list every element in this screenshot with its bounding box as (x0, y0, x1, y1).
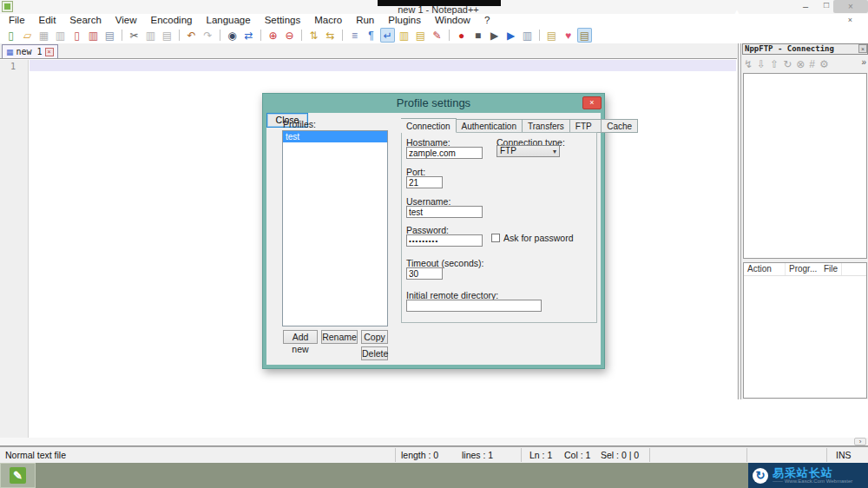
menu-item[interactable]: Search (62, 14, 108, 27)
dialog-close-button[interactable]: × (582, 96, 602, 109)
column-header[interactable]: Action (744, 263, 786, 275)
dialog-tab[interactable]: FTP Misc. (570, 119, 602, 133)
password-field[interactable] (406, 234, 483, 247)
close-window-button[interactable]: × (833, 0, 868, 13)
toolbar-separator (119, 28, 125, 43)
profile-list-item[interactable]: test (283, 131, 387, 142)
horizontal-scrollbar[interactable]: › (0, 438, 868, 446)
statusbar-separator (649, 448, 650, 462)
refresh-icon[interactable]: ↻ (783, 58, 792, 70)
menu-item[interactable]: Run (349, 14, 381, 27)
nppftp-close-icon[interactable]: × (858, 44, 867, 53)
menu-item[interactable]: Language (199, 14, 257, 27)
menu-item[interactable]: Settings (258, 14, 308, 27)
rename-button[interactable]: Rename (321, 330, 358, 344)
toolbar-overflow-chevron-icon[interactable]: » (861, 57, 866, 67)
run-macro-multiple-icon[interactable]: ▥ (520, 28, 535, 43)
document-panel-icon[interactable]: ▤ (577, 28, 592, 43)
line-number: 1 (0, 62, 26, 71)
restore-button[interactable]: □ (819, 0, 833, 12)
menu-item[interactable]: ? (477, 14, 496, 27)
tray-expand-icon[interactable]: ▲ (733, 8, 740, 16)
play-macro-icon[interactable]: ▶ (487, 28, 502, 43)
column-header[interactable]: Progr... (786, 263, 820, 275)
download-icon[interactable]: ⇩ (757, 58, 766, 70)
taskbar-notepad-plus-plus-button[interactable]: ✎ (0, 463, 36, 488)
abort-icon[interactable]: ⊗ (796, 58, 805, 70)
delete-button[interactable]: Delete (361, 346, 388, 360)
nppftp-file-tree[interactable] (743, 73, 867, 259)
indent-guide-icon[interactable]: ▥ (397, 28, 411, 43)
open-folder-icon[interactable]: ▱ (20, 28, 35, 43)
ask-for-password-checkbox[interactable] (491, 234, 500, 242)
copy-icon[interactable]: ▥ (143, 28, 158, 43)
nppftp-transfer-list: ActionProgr...File (743, 262, 867, 399)
dialog-tab[interactable]: Connection (401, 118, 457, 133)
minimize-button[interactable]: – (799, 1, 812, 13)
raw-command-icon[interactable]: # (809, 58, 815, 70)
dialog-tab[interactable]: Authentication (457, 119, 523, 133)
column-header[interactable]: File (820, 263, 842, 275)
sync-horizontal-icon[interactable]: ⇆ (323, 28, 338, 43)
connection-tab-panel: Hostname: Connection type: FTP ▾ Port: U… (401, 132, 597, 323)
username-field[interactable] (406, 206, 483, 218)
show-eol-icon[interactable]: ¶ (364, 28, 378, 43)
toolbar-separator (258, 28, 264, 43)
monitoring-icon[interactable]: ✎ (430, 28, 444, 43)
port-field[interactable] (406, 176, 443, 188)
heart-icon[interactable]: ♥ (561, 28, 575, 43)
print-icon[interactable]: ▤ (102, 28, 117, 43)
close-all-icon[interactable]: ▥ (86, 28, 101, 43)
paste-icon[interactable]: ▤ (160, 28, 174, 43)
close-file-icon[interactable]: ▯ (69, 28, 84, 43)
profiles-listbox[interactable]: test (282, 130, 388, 326)
initial-remote-directory-field[interactable] (406, 300, 542, 312)
save-macro-icon[interactable]: ▶ (503, 28, 518, 43)
statusbar-separator (521, 448, 522, 462)
timeout-field[interactable] (406, 267, 443, 280)
dialog-tab[interactable]: Transfers (523, 119, 570, 133)
replace-icon[interactable]: ⇄ (241, 28, 256, 43)
profile-settings-dialog: Profile settings × Profiles: test Add ne… (262, 93, 605, 369)
redo-icon[interactable]: ↷ (201, 28, 215, 43)
connection-type-dropdown[interactable]: FTP ▾ (496, 145, 560, 157)
menu-item[interactable]: Edit (32, 14, 63, 27)
search-results-icon[interactable]: ▤ (544, 28, 559, 43)
save-all-icon[interactable]: ▥ (53, 28, 68, 43)
menubar-close-icon[interactable]: × (848, 16, 852, 24)
copy-button[interactable]: Copy (361, 330, 388, 344)
hostname-field[interactable] (406, 147, 483, 159)
menu-item[interactable]: File (2, 14, 32, 27)
dialog-tab[interactable]: Cache (602, 119, 638, 133)
zoom-out-icon[interactable]: ⊖ (282, 28, 297, 43)
stop-macro-icon[interactable]: ■ (470, 28, 485, 43)
sync-vertical-icon[interactable]: ⇅ (306, 28, 321, 43)
show-symbols-icon[interactable]: ≡ (347, 28, 362, 43)
word-wrap-icon[interactable]: ↵ (380, 28, 395, 43)
new-file-icon[interactable]: ▯ (3, 28, 18, 43)
undo-icon[interactable]: ↶ (184, 28, 199, 43)
save-icon[interactable]: ▦ (36, 28, 51, 43)
function-list-icon[interactable]: ▤ (413, 28, 428, 43)
settings-gear-icon[interactable]: ⚙ (819, 58, 829, 70)
scroll-right-arrow-icon[interactable]: › (854, 438, 866, 445)
menu-item[interactable]: Encoding (144, 14, 200, 27)
upload-icon[interactable]: ⇧ (770, 58, 779, 70)
menu-item[interactable]: Plugins (381, 14, 428, 27)
menu-item[interactable]: Macro (307, 14, 349, 27)
chevron-down-icon: ▾ (553, 147, 556, 157)
find-icon[interactable]: ◉ (225, 28, 240, 43)
add-new-button[interactable]: Add new (283, 330, 318, 344)
menu-item[interactable]: View (108, 14, 144, 27)
tab-new-1[interactable]: ▦ new 1 × (2, 44, 58, 58)
tab-close-icon[interactable]: × (45, 48, 54, 56)
dialog-tabstrip: ConnectionAuthenticationTransfersFTP Mis… (401, 119, 638, 133)
toolbar-separator (536, 28, 542, 43)
easck-logo-icon: ↻ (753, 468, 768, 484)
cut-icon[interactable]: ✂ (127, 28, 141, 43)
record-macro-icon[interactable]: ● (454, 28, 469, 43)
connect-icon[interactable]: ↯ (744, 58, 753, 70)
menu-item[interactable]: Window (428, 14, 477, 27)
watermark-tagline: —— Www.Easck.Com Webmaster (773, 478, 852, 485)
zoom-in-icon[interactable]: ⊕ (266, 28, 280, 43)
